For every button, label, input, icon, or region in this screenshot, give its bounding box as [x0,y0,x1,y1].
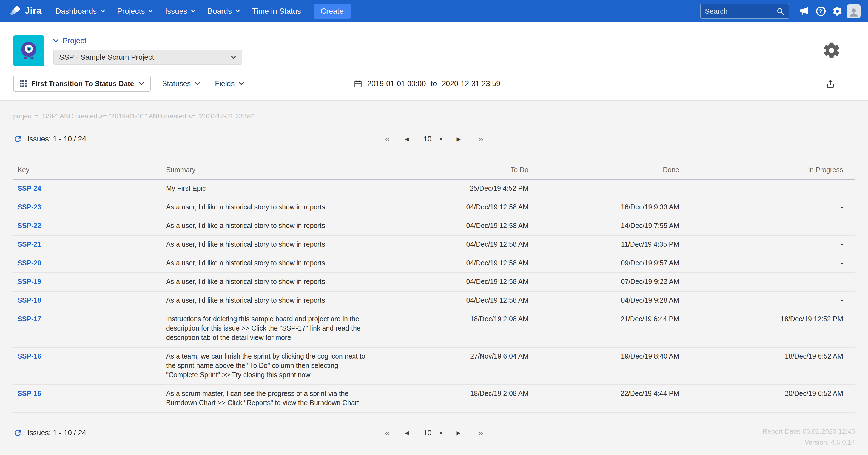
issue-key-link[interactable]: SSP-24 [13,179,162,198]
caret-down-icon: ▾ [440,136,442,142]
report-date: Report Date: 06.01.2020 12:45 [763,426,855,437]
feedback-megaphone-icon[interactable] [796,3,812,19]
issue-row: SSP-22As a user, I'd like a historical s… [13,217,855,236]
issue-done-date: 09/Dec/19 9:57 AM [529,254,680,273]
issue-inprogress-date: 20/Dec/19 6:52 AM [680,385,855,413]
admin-gear-icon[interactable] [829,3,845,19]
issue-summary: As a user, I'd like a historical story t… [162,198,374,217]
last-page-button[interactable]: » [478,428,484,437]
app-window: Jira Dashboards Projects Issues Boards T… [0,0,868,455]
issues-tbody: SSP-24My First Epic25/Dec/19 4:52 PM--SS… [13,179,855,413]
date-to[interactable]: 2020-12-31 23:59 [442,80,500,88]
create-button[interactable]: Create [314,4,351,18]
prev-page-button[interactable]: ◀ [405,136,409,142]
issues-info: Issues: 1 - 10 / 24 [13,428,86,437]
first-page-button[interactable]: « [385,134,390,144]
search-input[interactable] [705,7,776,15]
issue-summary: As a user, I'd like a historical story t… [162,291,374,310]
date-separator: to [431,80,437,88]
issue-todo-date: 18/Dec/19 2:08 AM [374,385,529,413]
issue-done-date: 16/Dec/19 9:33 AM [529,198,680,217]
issue-todo-date: 04/Dec/19 12:58 AM [374,291,529,310]
issue-row: SSP-17Instructions for deleting this sam… [13,310,855,347]
project-label: Project [62,36,86,45]
issue-summary: As a scrum master, I can see the progres… [162,385,374,413]
issue-key-link[interactable]: SSP-23 [13,198,162,217]
issue-key-link[interactable]: SSP-16 [13,347,162,385]
page-size-value: 10 [423,429,431,437]
report-content: project = "SSP" AND created >= "2019-01-… [0,112,868,455]
refresh-icon[interactable] [13,134,23,144]
list-controls-bottom: Issues: 1 - 10 / 24 « ◀ 10 ▾ ▶ » Report … [0,425,868,455]
issue-done-date: 14/Dec/19 7:55 AM [529,217,680,236]
page-size-select[interactable]: 10 ▾ [423,429,442,437]
settings-gear-icon[interactable] [822,41,841,60]
project-avatar [13,35,44,66]
issue-key-link[interactable]: SSP-18 [13,291,162,310]
nav-item-boards[interactable]: Boards [202,0,246,22]
next-page-button[interactable]: ▶ [457,136,461,142]
issue-inprogress-date: - [680,179,855,198]
column-header-todo[interactable]: To Do [374,162,529,179]
chevron-down-icon [148,9,153,12]
issue-todo-date: 04/Dec/19 12:58 AM [374,254,529,273]
issue-summary: Instructions for deleting this sample bo… [162,310,374,347]
nav-item-projects[interactable]: Projects [111,0,159,22]
issue-todo-date: 04/Dec/19 12:58 AM [374,217,529,236]
column-header-done[interactable]: Done [529,162,680,179]
page-size-select[interactable]: 10 ▾ [423,135,442,143]
issue-inprogress-date: - [680,254,855,273]
issue-key-link[interactable]: SSP-17 [13,310,162,347]
issue-done-date: 19/Dec/19 8:40 AM [529,347,680,385]
pagination-bottom: « ◀ 10 ▾ ▶ » [0,425,868,437]
refresh-icon[interactable] [13,428,23,437]
issue-key-link[interactable]: SSP-15 [13,385,162,413]
first-page-button[interactable]: « [385,428,390,437]
export-icon[interactable] [826,79,835,89]
issue-key-link[interactable]: SSP-20 [13,254,162,273]
help-icon[interactable]: ? [812,3,829,19]
pagination-top: « ◀ 10 ▾ ▶ » [0,131,868,144]
prev-page-button[interactable]: ◀ [405,430,409,435]
help-glyph: ? [816,6,825,16]
issues-table: Key Summary To Do Done In Progress SSP-2… [13,162,855,413]
project-header: Project SSP - Sample Scrum Project [0,22,868,66]
issue-done-date: 21/Dec/19 6:44 PM [529,310,680,347]
issues-count: Issues: 1 - 10 / 24 [27,135,86,143]
issue-inprogress-date: 18/Dec/19 12:52 PM [680,310,855,347]
issue-row: SSP-23As a user, I'd like a historical s… [13,198,855,217]
issue-done-date: 07/Dec/19 9:22 AM [529,273,680,291]
project-select[interactable]: SSP - Sample Scrum Project [53,50,242,65]
column-header-inprogress[interactable]: In Progress [680,162,855,179]
next-page-button[interactable]: ▶ [457,430,461,435]
person-icon [848,6,860,18]
date-from[interactable]: 2019-01-01 00:00 [367,80,426,88]
statuses-label: Statuses [162,80,191,88]
user-avatar[interactable] [847,4,861,18]
fields-label: Fields [215,80,235,88]
report-type-button[interactable]: First Transition To Status Date [13,75,151,92]
nav-item-issues[interactable]: Issues [159,0,202,22]
column-header-summary[interactable]: Summary [162,162,374,179]
date-range[interactable]: 2019-01-01 00:00 to 2020-12-31 23:59 [353,79,500,88]
nav-item-time-in-status[interactable]: Time in Status [246,0,307,22]
search-box[interactable] [700,4,789,18]
statuses-dropdown[interactable]: Statuses [162,80,200,88]
last-page-button[interactable]: » [478,134,484,144]
report-toolbar: First Transition To Status Date Statuses… [0,66,868,100]
search-icon[interactable] [776,7,784,15]
fields-dropdown[interactable]: Fields [215,80,244,88]
issue-key-link[interactable]: SSP-19 [13,273,162,291]
issue-todo-date: 04/Dec/19 12:58 AM [374,198,529,217]
brand-text: Jira [25,5,42,17]
issue-summary: As a user, I'd like a historical story t… [162,273,374,291]
issue-key-link[interactable]: SSP-21 [13,236,162,254]
issue-key-link[interactable]: SSP-22 [13,217,162,236]
nav-item-label: Time in Status [252,7,301,16]
column-header-key[interactable]: Key [13,162,162,179]
grid-icon [20,80,27,87]
project-label-toggle[interactable]: Project [53,35,242,46]
nav-item-dashboards[interactable]: Dashboards [49,0,111,22]
report-type-label: First Transition To Status Date [31,80,134,88]
jira-logo[interactable]: Jira [9,5,42,17]
